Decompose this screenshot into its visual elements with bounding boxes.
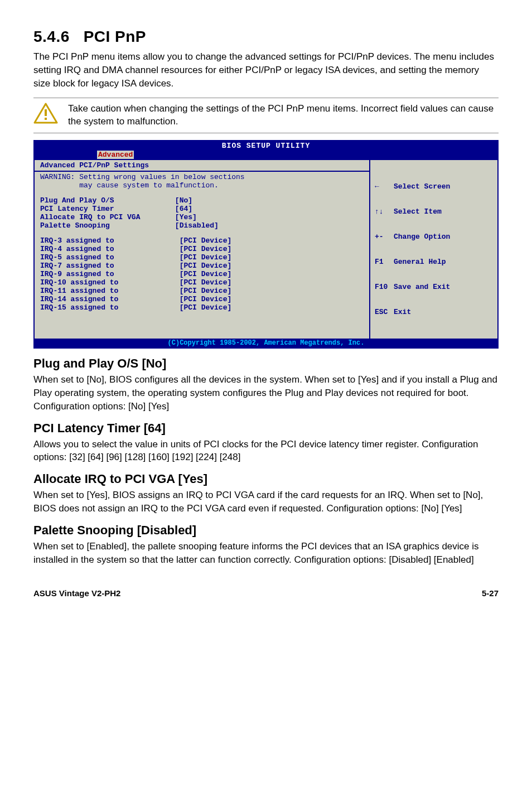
nav-general-help: General Help	[394, 258, 446, 266]
bios-panel-heading: Advanced PCI/PnP Settings	[35, 160, 369, 172]
nav-select-item: Select Item	[394, 207, 442, 216]
caution-callout: Take caution when changing the settings …	[33, 98, 499, 133]
bios-screenshot: BIOS SETUP UTILITY Advanced Advanced PCI…	[33, 140, 499, 349]
page-footer: ASUS Vintage V2-PH2 5-27	[33, 588, 499, 598]
bios-nav-help: ←Select Screen ↑↓Select Item +-Change Op…	[375, 166, 492, 333]
bios-title: BIOS SETUP UTILITY	[35, 141, 497, 151]
sub-allocate-body: When set to [Yes], BIOS assigns an IRQ t…	[33, 489, 499, 515]
svg-rect-1	[45, 109, 47, 116]
bios-tab-advanced[interactable]: Advanced	[97, 151, 134, 159]
footer-product: ASUS Vintage V2-PH2	[33, 588, 120, 598]
sub-plug-title: Plug and Play O/S [No]	[33, 356, 499, 371]
section-title-text: PCI PnP	[84, 28, 146, 45]
sub-palette-body: When set to [Enabled], the pallete snoop…	[33, 540, 499, 567]
footer-page-number: 5-27	[482, 588, 499, 598]
sub-palette-title: Palette Snooping [Disabled]	[33, 523, 499, 538]
bios-warning: WARNING: Setting wrong values in below s…	[35, 172, 369, 195]
sub-allocate-title: Allocate IRQ to PCI VGA [Yes]	[33, 472, 499, 486]
caution-icon	[33, 103, 58, 124]
nav-change-option: Change Option	[394, 233, 450, 241]
svg-rect-2	[45, 118, 47, 120]
arrow-left-icon: ←	[375, 182, 388, 191]
nav-save-exit: Save and Exit	[394, 283, 450, 291]
sub-latency-body: Allows you to select the value in units …	[33, 438, 499, 465]
sub-plug-body: When set to [No], BIOS configures all th…	[33, 373, 499, 413]
bios-copyright: (C)Copyright 1985-2002, American Megatre…	[35, 339, 497, 347]
arrow-updown-icon: ↑↓	[375, 207, 388, 216]
section-intro: The PCI PnP menu items allow you to chan…	[33, 50, 499, 90]
section-heading: 5.4.6 PCI PnP	[33, 28, 499, 46]
caution-text: Take caution when changing the settings …	[68, 103, 499, 128]
bios-side-panel: ←Select Screen ↑↓Select Item +-Change Op…	[370, 160, 497, 339]
bios-main-panel: Advanced PCI/PnP Settings WARNING: Setti…	[35, 160, 370, 339]
f1-key: F1	[375, 258, 388, 266]
nav-exit: Exit	[394, 308, 411, 316]
esc-key: ESC	[375, 308, 388, 316]
bios-irq-list[interactable]: IRQ-3 assigned to [PCI Device] IRQ-4 ass…	[35, 235, 369, 317]
plus-minus-icon: +-	[375, 233, 388, 241]
section-number: 5.4.6	[33, 28, 70, 45]
bios-tabbar: Advanced	[35, 151, 497, 160]
nav-select-screen: Select Screen	[394, 182, 450, 191]
bios-settings[interactable]: Plug And Play O/S [No] PCI Latency Timer…	[35, 195, 369, 235]
sub-latency-title: PCI Latency Timer [64]	[33, 421, 499, 436]
f10-key: F10	[375, 283, 388, 291]
